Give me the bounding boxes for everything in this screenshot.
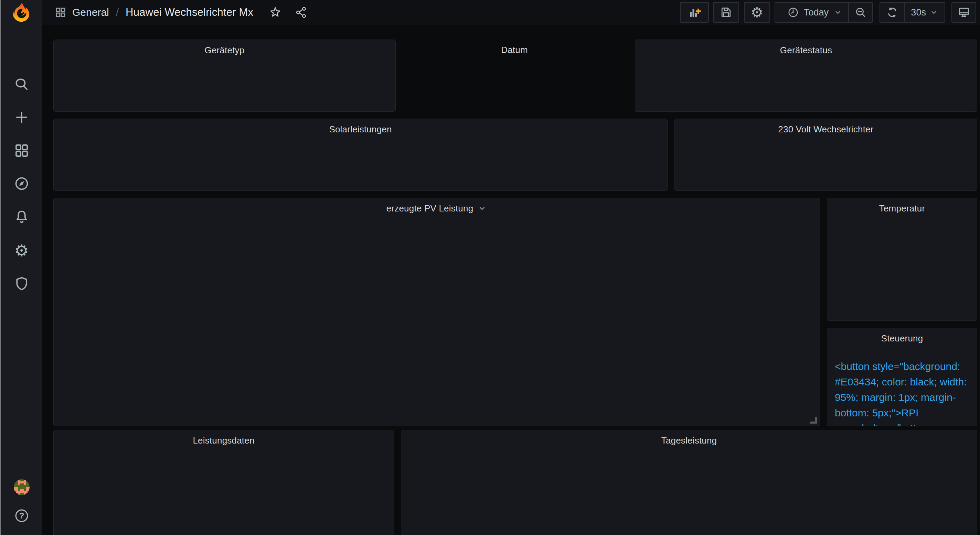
panel-resize-handle[interactable] [810, 417, 817, 424]
time-picker: Today [775, 2, 873, 23]
panel-geraetetyp: Gerätetyp [53, 40, 396, 112]
share-icon[interactable] [295, 6, 308, 19]
plus-badge [696, 9, 701, 14]
panel-geraetestatus: Gerätestatus [635, 40, 977, 112]
clock-icon [787, 6, 799, 18]
panel-steuerung: Steuerung <button style="background: #E0… [827, 328, 977, 426]
star-icon[interactable] [269, 6, 282, 19]
zoom-out-icon [854, 6, 867, 19]
grafana-logo[interactable] [12, 3, 31, 23]
grafana-dashboard: ⚙ [0, 0, 980, 535]
search-icon[interactable] [14, 76, 30, 92]
panel-solarleistungen: Solarleistungen [53, 119, 668, 191]
breadcrumb: General / Huawei Wechselrichter Mx [54, 0, 308, 25]
dashboard-title[interactable]: Huawei Wechselrichter Mx [126, 6, 253, 19]
add-panel-button[interactable] [680, 2, 709, 23]
panel-title[interactable]: Datum [402, 40, 626, 60]
user-avatar[interactable] [12, 478, 31, 497]
refresh-icon [886, 6, 899, 19]
alerting-bell-icon[interactable] [14, 209, 30, 225]
breadcrumb-separator: / [116, 6, 119, 18]
panel-menu-caret-icon [477, 203, 487, 213]
panel-title[interactable]: Gerätestatus [635, 40, 977, 60]
apps-grid-icon [54, 6, 67, 19]
settings-gear-icon[interactable]: ⚙ [14, 242, 30, 258]
chevron-down-icon [834, 8, 842, 17]
gear-glyph: ⚙ [14, 242, 29, 259]
refresh-interval-label: 30s [911, 7, 926, 18]
time-range-button[interactable]: Today [775, 3, 848, 22]
panel-title[interactable]: Temperatur [827, 198, 977, 219]
panel-leistungsdaten: Leistungsdaten [53, 430, 394, 535]
text-line: <button style="background: [835, 359, 972, 374]
panel-datum: Datum [402, 40, 626, 112]
panel-title[interactable]: Solarleistungen [54, 119, 667, 140]
text-panel-content: <button style="background: #E03434; colo… [835, 359, 972, 426]
panel-title-text: erzeugte PV Leistung [387, 203, 474, 214]
plus-icon[interactable] [14, 110, 30, 125]
refresh-interval-button[interactable]: 30s [905, 3, 945, 22]
panel-title[interactable]: Leistungsdaten [54, 430, 394, 451]
breadcrumb-folder[interactable]: General [72, 6, 109, 18]
gear-glyph: ⚙ [751, 5, 763, 19]
dashboard-settings-button[interactable]: ⚙ [744, 2, 770, 23]
sidebar: ⚙ [1, 0, 42, 535]
panel-title[interactable]: Tagesleistung [401, 430, 977, 451]
text-line: #E03434; color: black; width: [835, 374, 972, 390]
panel-title[interactable]: 230 Volt Wechselrichter [675, 119, 977, 140]
time-range-label: Today [804, 7, 829, 18]
server-admin-shield-icon[interactable] [14, 276, 30, 292]
chevron-down-icon [929, 8, 939, 17]
save-dashboard-button[interactable] [713, 2, 739, 23]
panel-230v-wechselrichter: 230 Volt Wechselrichter [675, 119, 977, 191]
refresh-picker: 30s [880, 2, 945, 23]
help-question-icon[interactable]: ? [14, 508, 30, 524]
text-line: 95%; margin: 1px; margin- [835, 390, 972, 405]
explore-compass-icon[interactable] [14, 176, 30, 192]
window-edge [0, 0, 1, 535]
panel-erzeugte-pv-leistung: erzeugte PV Leistung [53, 198, 820, 426]
panel-title[interactable]: Steuerung [827, 328, 977, 349]
panel-title[interactable]: Gerätetyp [54, 40, 395, 60]
panel-tagesleistung: Tagesleistung [401, 430, 977, 535]
panel-title[interactable]: erzeugte PV Leistung [54, 198, 820, 219]
tv-monitor-icon [957, 6, 970, 19]
dashboards-grid-icon[interactable] [14, 143, 30, 159]
panel-temperatur: Temperatur [827, 198, 977, 321]
svg-text:?: ? [19, 511, 24, 520]
text-line: ausschalten</button> [835, 421, 972, 426]
refresh-button[interactable] [880, 3, 904, 22]
kiosk-mode-button[interactable] [951, 2, 976, 23]
zoom-out-button[interactable] [849, 3, 872, 22]
text-line: bottom: 5px;">RPI [835, 405, 972, 421]
